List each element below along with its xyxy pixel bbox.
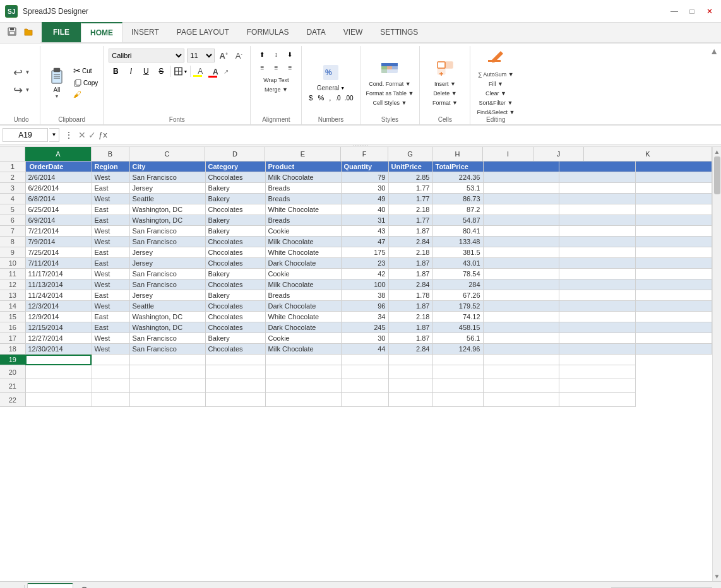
table-cell[interactable]: 2.18 xyxy=(388,247,432,258)
table-cell[interactable]: Washington, DC xyxy=(129,215,205,226)
table-cell[interactable]: 1.77 xyxy=(388,194,432,204)
dec-increase-button[interactable]: .0 xyxy=(334,93,342,102)
table-cell[interactable]: San Francisco xyxy=(129,279,205,290)
table-cell[interactable]: 1.78 xyxy=(388,290,432,301)
table-cell-empty[interactable] xyxy=(636,247,712,258)
table-cell-empty[interactable] xyxy=(92,365,129,379)
table-cell[interactable]: 30 xyxy=(341,333,388,344)
table-cell[interactable]: 1.87 xyxy=(388,301,432,312)
table-cell[interactable]: 133.48 xyxy=(432,237,483,247)
italic-button[interactable]: I xyxy=(124,64,138,78)
font-color-button[interactable]: A xyxy=(208,64,222,78)
table-cell[interactable]: 1.87 xyxy=(388,258,432,269)
table-cell-empty[interactable] xyxy=(265,355,341,365)
table-cell-empty[interactable] xyxy=(559,183,636,194)
table-cell-empty[interactable] xyxy=(483,379,559,393)
table-cell-empty[interactable] xyxy=(559,301,636,312)
add-sheet-button[interactable]: ⊕ xyxy=(74,585,94,589)
table-cell-empty[interactable] xyxy=(559,226,636,237)
table-cell[interactable]: 31 xyxy=(341,215,388,226)
format-painter-button[interactable]: 🖌 xyxy=(72,89,99,100)
table-cell-empty[interactable] xyxy=(636,226,712,237)
table-cell[interactable]: Washington, DC xyxy=(129,204,205,215)
table-cell-empty[interactable] xyxy=(559,322,636,333)
table-cell-empty[interactable] xyxy=(388,355,432,365)
row-number[interactable]: 5 xyxy=(0,204,25,215)
fonts-dialog-launcher[interactable]: ↗ xyxy=(223,68,229,75)
table-cell-empty[interactable] xyxy=(636,237,712,247)
table-cell-empty[interactable] xyxy=(129,365,205,379)
table-cell[interactable]: Cookie xyxy=(265,269,341,279)
selected-cell-a19[interactable] xyxy=(25,355,92,365)
save-quick-button[interactable] xyxy=(5,25,19,38)
row-number[interactable]: 11 xyxy=(0,269,25,279)
table-cell[interactable]: 53.1 xyxy=(432,183,483,194)
table-cell-empty[interactable] xyxy=(636,312,712,322)
col-header-c[interactable]: C xyxy=(129,147,205,161)
comma-button[interactable]: , xyxy=(327,93,333,102)
table-cell-empty[interactable] xyxy=(559,393,636,407)
table-cell-empty[interactable] xyxy=(265,393,341,407)
col-header-k[interactable]: K xyxy=(584,147,712,161)
table-cell-empty[interactable] xyxy=(265,365,341,379)
table-cell-empty[interactable] xyxy=(483,365,559,379)
open-quick-button[interactable] xyxy=(21,25,35,38)
font-family-select[interactable]: Calibri xyxy=(109,49,184,62)
table-cell[interactable]: White Chocolate xyxy=(265,204,341,215)
formula-bar-menu[interactable]: ⋮ xyxy=(62,130,76,140)
table-cell-empty[interactable] xyxy=(559,194,636,204)
row-number[interactable]: 12 xyxy=(0,279,25,290)
table-cell[interactable]: Jersey xyxy=(129,183,205,194)
row-number[interactable]: 1 xyxy=(0,162,25,172)
table-cell-empty[interactable] xyxy=(636,290,712,301)
table-cell[interactable]: San Francisco xyxy=(129,333,205,344)
tab-insert[interactable]: INSERT xyxy=(122,22,168,42)
cancel-formula-button[interactable]: ✕ xyxy=(78,130,86,140)
table-cell-empty[interactable] xyxy=(388,393,432,407)
table-cell[interactable]: 6/26/2014 xyxy=(25,183,92,194)
table-cell[interactable]: 49 xyxy=(341,194,388,204)
table-cell[interactable]: 34 xyxy=(341,312,388,322)
table-cell-empty[interactable] xyxy=(432,393,483,407)
table-cell[interactable]: 7/9/2014 xyxy=(25,237,92,247)
font-size-select[interactable]: 11 xyxy=(187,49,215,62)
strikethrough-button[interactable]: S xyxy=(154,64,168,78)
table-cell[interactable]: 7/25/2014 xyxy=(25,247,92,258)
sheet-tab-sheet1[interactable]: Sheet1 xyxy=(27,583,73,589)
table-cell[interactable]: 1.87 xyxy=(388,269,432,279)
table-cell[interactable]: West xyxy=(92,344,129,355)
table-cell[interactable]: 12/9/2014 xyxy=(25,312,92,322)
table-cell-empty[interactable] xyxy=(559,365,636,379)
insert-cells-button[interactable]: Insert ▼ xyxy=(434,80,456,88)
percent-button[interactable]: % xyxy=(316,93,326,102)
table-cell[interactable]: 11/13/2014 xyxy=(25,279,92,290)
row-number[interactable]: 14 xyxy=(0,301,25,312)
table-cell[interactable]: 7/11/2014 xyxy=(25,258,92,269)
table-cell-empty[interactable] xyxy=(25,393,92,407)
borders-button[interactable]: ▼ xyxy=(174,64,188,78)
merge-center-button[interactable]: Merge ▼ xyxy=(263,86,289,93)
cell-styles-button[interactable]: Cell Styles ▼ xyxy=(372,99,408,107)
table-cell-empty[interactable] xyxy=(388,379,432,393)
confirm-formula-button[interactable]: ✓ xyxy=(88,130,96,140)
fill-button[interactable]: Fill ▼ xyxy=(488,80,504,88)
table-cell[interactable]: Seattle xyxy=(129,301,205,312)
table-cell[interactable]: Breads xyxy=(265,183,341,194)
table-cell[interactable]: Breads xyxy=(265,215,341,226)
table-cell-empty[interactable] xyxy=(483,247,559,258)
col-header-j[interactable]: J xyxy=(533,147,584,161)
table-cell[interactable]: East xyxy=(92,312,129,322)
table-cell[interactable]: Milk Chocolate xyxy=(265,279,341,290)
table-cell[interactable]: White Chocolate xyxy=(265,247,341,258)
table-cell[interactable]: East xyxy=(92,247,129,258)
autosum-button[interactable]: ∑ AutoSum ▼ xyxy=(477,71,515,78)
table-cell[interactable]: Dark Chocolate xyxy=(265,322,341,333)
table-cell-empty[interactable] xyxy=(636,301,712,312)
row-number[interactable]: 22 xyxy=(0,393,25,407)
table-cell[interactable]: 40 xyxy=(341,204,388,215)
table-cell-empty[interactable] xyxy=(265,379,341,393)
row-number[interactable]: 10 xyxy=(0,258,25,269)
table-cell-empty[interactable] xyxy=(432,365,483,379)
table-cell[interactable]: Bakery xyxy=(205,226,265,237)
header-cell-j1[interactable] xyxy=(559,162,636,172)
